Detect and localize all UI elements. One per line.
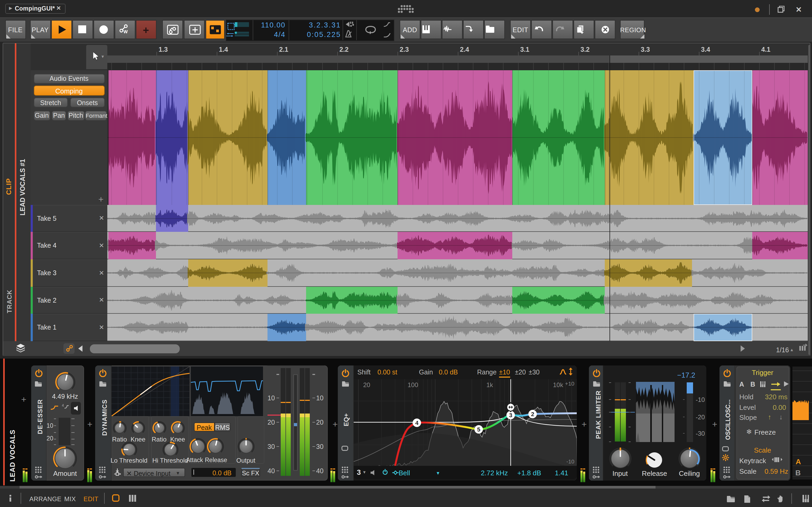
- svg-text:3: 3: [509, 412, 512, 418]
- svg-text:10k: 10k: [553, 381, 563, 388]
- svg-text:4: 4: [415, 419, 418, 426]
- svg-text:5: 5: [477, 426, 480, 433]
- svg-text:1k: 1k: [486, 381, 493, 388]
- svg-text:2: 2: [531, 411, 534, 417]
- svg-text:+10: +10: [565, 381, 574, 387]
- svg-text:-10: -10: [566, 458, 574, 464]
- svg-text:100: 100: [407, 381, 418, 388]
- svg-text:4: 4: [62, 403, 64, 407]
- svg-text:20: 20: [363, 381, 370, 388]
